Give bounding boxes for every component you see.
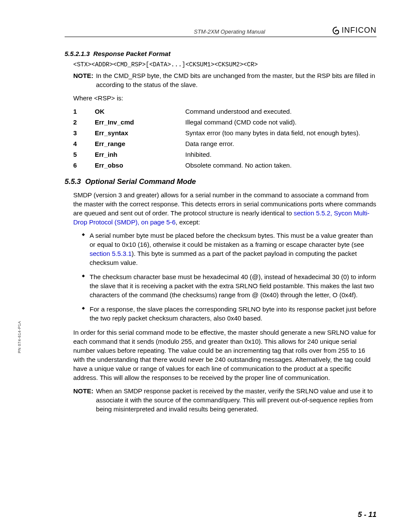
rsp-desc: Obsolete command. No action taken.: [185, 161, 377, 170]
note-label: NOTE:: [73, 386, 93, 414]
page-header: STM-2XM Operating Manual INFICON: [65, 26, 377, 37]
paragraph: SMDP (version 3 and greater) allows for …: [73, 190, 377, 227]
rsp-name: Err_obso: [95, 161, 185, 170]
rsp-desc: Illegal command (CMD code not valid).: [185, 118, 377, 127]
rsp-desc: Data range error.: [185, 139, 377, 148]
doc-title: STM-2XM Operating Manual: [194, 28, 265, 35]
page-number: 5 - 11: [358, 510, 377, 519]
rsp-num: 6: [73, 161, 95, 170]
table-row: 3 Err_syntax Syntax error (too many byte…: [73, 128, 377, 137]
rsp-desc: Command understood and executed.: [185, 107, 377, 116]
section-heading-553: 5.5.3 Optional Serial Command Mode: [65, 177, 377, 186]
list-item: The checksum character base must be hexa…: [82, 272, 377, 299]
rsp-num: 4: [73, 139, 95, 148]
where-rsp: Where <RSP> is:: [73, 93, 377, 103]
table-row: 4 Err_range Data range error.: [73, 139, 377, 148]
rsp-table: 1 OK Command understood and executed. 2 …: [73, 107, 377, 170]
rsp-desc: Inhibited.: [185, 150, 377, 159]
rsp-name: Err_inh: [95, 150, 185, 159]
rsp-num: 2: [73, 118, 95, 127]
brand-text: INFICON: [342, 26, 377, 35]
table-row: 6 Err_obso Obsolete command. No action t…: [73, 161, 377, 170]
section-heading-55213: 5.5.2.1.3 Response Packet Format: [65, 50, 377, 57]
table-row: 5 Err_inh Inhibited.: [73, 150, 377, 159]
table-row: 2 Err_Inv_cmd Illegal command (CMD code …: [73, 118, 377, 127]
note-block: NOTE: In the CMD_RSP byte, the CMD bits …: [73, 71, 377, 89]
cross-ref-link[interactable]: section 5.5.3.1: [90, 250, 132, 257]
list-item: For a response, the slave places the cor…: [82, 305, 377, 323]
note-text: In the CMD_RSP byte, the CMD bits are un…: [96, 71, 377, 89]
rsp-num: 3: [73, 128, 95, 137]
rsp-num: 1: [73, 107, 95, 116]
brand-logo: INFICON: [332, 26, 377, 35]
note-block: NOTE: When an SMDP response packet is re…: [73, 386, 377, 414]
list-item: A serial number byte must be placed befo…: [82, 231, 377, 267]
list-item-text: A serial number byte must be placed befo…: [90, 232, 373, 248]
part-number: PN 074-614-P1A: [17, 321, 22, 353]
section-number: 5.5.2.1.3: [65, 50, 90, 57]
rsp-name: Err_range: [95, 139, 185, 148]
rsp-num: 5: [73, 150, 95, 159]
paragraph: In order for this serial command mode to…: [73, 328, 377, 382]
packet-format-code: <STX><ADDR><CMD_RSP>[<DATA>...]<CKSUM1><…: [73, 61, 377, 69]
section-title: Response Packet Format: [93, 50, 170, 57]
section-number: 5.5.3: [65, 177, 81, 186]
section-title: Optional Serial Command Mode: [85, 177, 196, 186]
note-label: NOTE:: [73, 71, 93, 89]
paragraph-text: , except:: [176, 218, 200, 226]
note-text: When an SMDP response packet is received…: [96, 386, 377, 414]
rsp-desc: Syntax error (too many bytes in data fie…: [185, 128, 377, 137]
rsp-name: Err_syntax: [95, 128, 185, 137]
bullet-list: A serial number byte must be placed befo…: [82, 231, 377, 323]
table-row: 1 OK Command understood and executed.: [73, 107, 377, 116]
rsp-name: Err_Inv_cmd: [95, 118, 185, 127]
rsp-name: OK: [95, 107, 185, 116]
logo-icon: [332, 26, 341, 35]
